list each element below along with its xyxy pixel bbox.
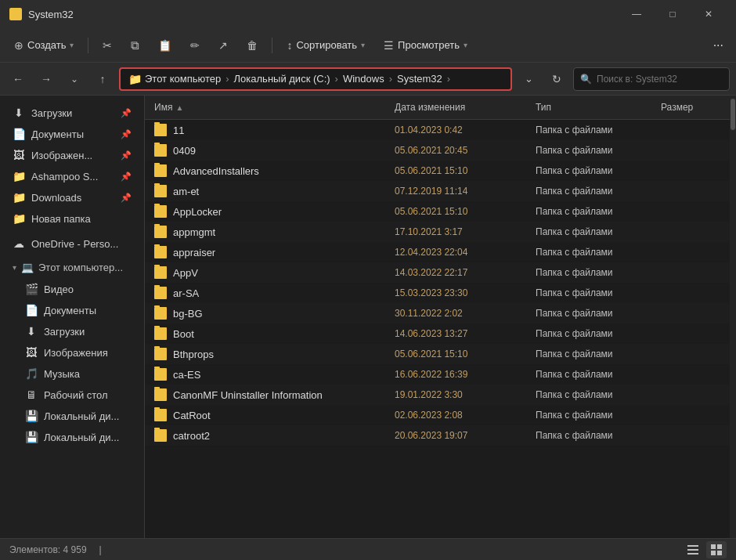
copy-button[interactable]: ⧉ bbox=[123, 34, 147, 56]
share-button[interactable]: ↗ bbox=[211, 35, 236, 56]
copy-icon: ⧉ bbox=[131, 38, 139, 52]
close-button[interactable]: ✕ bbox=[691, 0, 727, 28]
sidebar-item-video[interactable]: 🎬 Видео bbox=[3, 279, 141, 299]
disk1-icon: 💾 bbox=[25, 410, 38, 422]
sidebar-item-label: Рабочий стол bbox=[44, 389, 132, 401]
table-row[interactable]: appraiser 12.04.2023 22:04 Папка с файла… bbox=[145, 242, 730, 262]
table-row[interactable]: AdvancedInstallers 05.06.2021 15:10 Папк… bbox=[145, 161, 730, 181]
table-row[interactable]: CatRoot 02.06.2023 2:08 Папка с файлами bbox=[145, 405, 730, 425]
file-name-cell: bg-BG bbox=[145, 305, 385, 322]
sort-button[interactable]: ↕ Сортировать ▾ bbox=[279, 35, 373, 56]
sidebar-item-this-pc[interactable]: ▾ 💻 Этот компьютер... bbox=[3, 257, 141, 278]
table-row[interactable]: 11 01.04.2023 0:42 Папка с файлами bbox=[145, 120, 730, 140]
file-name: appmgmt bbox=[173, 226, 215, 238]
toolbar-sep-1 bbox=[88, 38, 88, 53]
sort-icon: ↕ bbox=[287, 39, 292, 52]
table-row[interactable]: Boot 14.06.2023 13:27 Папка с файлами bbox=[145, 323, 730, 344]
folder-icon bbox=[154, 144, 167, 157]
table-row[interactable]: AppLocker 05.06.2021 15:10 Папка с файла… bbox=[145, 201, 730, 222]
sidebar-item-downloads3[interactable]: ⬇ Загрузки bbox=[3, 321, 141, 341]
file-size bbox=[651, 229, 730, 234]
table-row[interactable]: Bthprops 05.06.2021 15:10 Папка с файлам… bbox=[145, 344, 730, 364]
sidebar-item-documents2[interactable]: 📄 Документы bbox=[3, 300, 141, 320]
paste-button[interactable]: 📋 bbox=[150, 35, 179, 56]
sidebar-item-desktop[interactable]: 🖥 Рабочий стол bbox=[3, 385, 141, 405]
table-row[interactable]: catroot2 20.06.2023 19:07 Папка с файлам… bbox=[145, 425, 730, 446]
sidebar-item-new-folder[interactable]: 📁 Новая папка bbox=[3, 208, 141, 229]
sidebar-item-onedrive[interactable]: ☁ OneDrive - Perso... bbox=[3, 233, 141, 254]
scrollbar-track[interactable] bbox=[730, 96, 736, 538]
file-type: Папка с файлами bbox=[526, 305, 651, 321]
forward-button[interactable]: → bbox=[34, 67, 58, 91]
table-row[interactable]: am-et 07.12.2019 11:14 Папка с файлами bbox=[145, 181, 730, 201]
sidebar-item-ashampoo[interactable]: 📁 Ashampoo S... 📌 bbox=[3, 166, 141, 186]
view-button[interactable]: ☰ Просмотреть ▾ bbox=[376, 35, 475, 56]
minimize-button[interactable]: — bbox=[619, 0, 655, 28]
search-box[interactable]: 🔍 bbox=[573, 67, 730, 91]
file-type: Папка с файлами bbox=[526, 265, 651, 280]
svg-rect-1 bbox=[687, 549, 698, 551]
title-bar: System32 — □ ✕ bbox=[0, 0, 736, 28]
more-options-button[interactable]: ··· bbox=[707, 34, 730, 56]
file-size bbox=[651, 291, 730, 295]
video-icon: 🎬 bbox=[25, 283, 38, 295]
tile-view-button[interactable] bbox=[706, 541, 727, 558]
sidebar-item-documents[interactable]: 📄 Документы 📌 bbox=[3, 124, 141, 144]
sidebar-item-label: Документы bbox=[31, 128, 114, 140]
rename-button[interactable]: ✏ bbox=[182, 35, 207, 56]
maximize-button[interactable]: □ bbox=[655, 0, 691, 28]
col-name-header[interactable]: Имя ▲ bbox=[145, 99, 385, 116]
computer-icon: 💻 bbox=[21, 262, 34, 273]
sidebar-item-images2[interactable]: 🖼 Изображения bbox=[3, 342, 141, 363]
up-button[interactable]: ↑ bbox=[91, 67, 114, 91]
search-input[interactable] bbox=[597, 74, 723, 85]
file-name-cell: appraiser bbox=[145, 244, 385, 261]
recent-locations-button[interactable]: ⌄ bbox=[63, 67, 86, 91]
pin-icon: 📌 bbox=[121, 172, 132, 182]
sidebar-item-local-disk1[interactable]: 💾 Локальный ди... bbox=[3, 406, 141, 426]
sidebar-item-label: Изображен... bbox=[31, 150, 114, 161]
window-title: System32 bbox=[28, 9, 74, 20]
images-icon: 🖼 bbox=[13, 149, 25, 161]
create-button[interactable]: ⊕ Создать ▾ bbox=[6, 35, 81, 56]
address-path[interactable]: 📁 Этот компьютер › Локальный диск (C:) ›… bbox=[119, 67, 512, 91]
svg-rect-5 bbox=[711, 551, 716, 555]
table-row[interactable]: CanonMF Uninstaller Information 19.01.20… bbox=[145, 385, 730, 405]
address-dropdown-button[interactable]: ⌄ bbox=[517, 67, 540, 91]
sidebar-item-downloads[interactable]: ⬇ Загрузки 📌 bbox=[3, 103, 141, 123]
table-row[interactable]: ar-SA 15.03.2023 23:30 Папка с файлами bbox=[145, 283, 730, 303]
file-date: 01.04.2023 0:42 bbox=[385, 122, 526, 138]
file-date: 14.03.2022 22:17 bbox=[385, 265, 526, 280]
svg-rect-4 bbox=[717, 544, 722, 549]
file-name-cell: am-et bbox=[145, 182, 385, 200]
file-date: 05.06.2021 15:10 bbox=[385, 346, 526, 362]
sidebar-item-images[interactable]: 🖼 Изображен... 📌 bbox=[3, 145, 141, 165]
file-name: AdvancedInstallers bbox=[173, 165, 259, 177]
back-button[interactable]: ← bbox=[6, 67, 30, 91]
file-type: Папка с файлами bbox=[526, 387, 651, 403]
file-type: Папка с файлами bbox=[526, 285, 651, 301]
file-size bbox=[651, 331, 730, 336]
table-row[interactable]: ca-ES 16.06.2022 16:39 Папка с файлами bbox=[145, 364, 730, 385]
table-row[interactable]: bg-BG 30.11.2022 2:02 Папка с файлами bbox=[145, 303, 730, 323]
folder-icon bbox=[154, 205, 167, 218]
sidebar-item-downloads2[interactable]: 📁 Downloads 📌 bbox=[3, 187, 141, 208]
col-size-header[interactable]: Размер bbox=[651, 99, 730, 116]
col-date-header[interactable]: Дата изменения bbox=[385, 99, 526, 116]
cut-button[interactable]: ✂ bbox=[95, 35, 120, 56]
sidebar-item-music[interactable]: 🎵 Музыка bbox=[3, 363, 141, 384]
status-count: Элементов: 4 959 bbox=[9, 544, 87, 555]
file-name: ca-ES bbox=[173, 369, 200, 381]
file-name: ar-SA bbox=[173, 287, 199, 299]
list-view-button[interactable] bbox=[683, 541, 703, 558]
sidebar-item-local-disk2[interactable]: 💾 Локальный ди... bbox=[3, 427, 141, 447]
table-row[interactable]: AppV 14.03.2022 22:17 Папка с файлами bbox=[145, 262, 730, 283]
refresh-button[interactable]: ↻ bbox=[545, 67, 568, 91]
scrollbar-thumb[interactable] bbox=[731, 99, 735, 130]
table-row[interactable]: appmgmt 17.10.2021 3:17 Папка с файлами bbox=[145, 222, 730, 242]
file-date: 02.06.2023 2:08 bbox=[385, 407, 526, 423]
file-name: appraiser bbox=[173, 247, 215, 258]
table-row[interactable]: 0409 05.06.2021 20:45 Папка с файлами bbox=[145, 140, 730, 161]
delete-button[interactable]: 🗑 bbox=[239, 35, 265, 56]
col-type-header[interactable]: Тип bbox=[526, 99, 651, 116]
